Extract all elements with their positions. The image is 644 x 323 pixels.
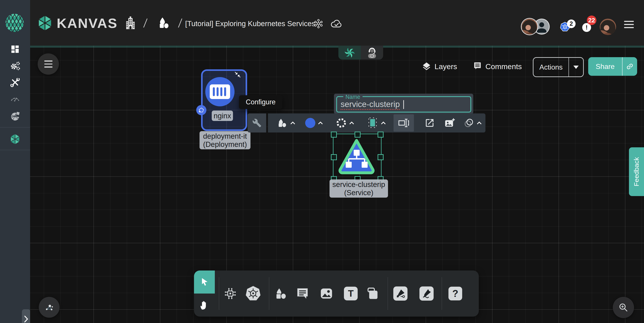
name-input[interactable]: Name service-clusterip [336,96,471,112]
image-icon [319,286,334,300]
sketch-pencil-tool-button[interactable] [417,270,436,316]
sidebar-item-kanvas[interactable] [0,132,30,146]
open-in-new-button[interactable] [421,114,438,132]
copy-link-button[interactable] [622,62,637,70]
feedback-tab[interactable]: Feedback [629,147,644,196]
fill-color-swatch-icon [305,118,315,128]
kanvas-hexagon-icon [37,14,53,32]
hand-icon [200,300,209,310]
ai-assistant-button[interactable] [338,46,361,60]
deployment-name: deployment-it [202,132,248,140]
select-tool-button[interactable] [194,270,215,294]
shapes-tool-button[interactable] [272,270,290,316]
resize-handle[interactable] [378,154,384,160]
canvas-menu-button[interactable] [38,54,59,75]
cluster-nodes-icon[interactable] [313,18,324,29]
sidebar-item-configuration[interactable] [0,76,30,89]
header-menu-icon[interactable] [624,21,634,28]
design-shapes-icon[interactable] [158,16,171,29]
chip-icon [224,287,237,300]
comment-tool-button[interactable] [293,270,312,316]
pencil-sketch-icon [420,286,434,300]
chevron-up-icon [290,122,295,124]
share-button[interactable]: Share [588,57,637,76]
organization-icon[interactable] [124,16,137,30]
meshery-logo-cell[interactable] [0,0,30,46]
toolbar-divider [269,277,269,310]
container-icon [210,84,230,99]
sidebar-item-lifecycle[interactable] [0,59,30,73]
sidebar-item-extensions[interactable] [0,110,30,123]
toolbar-divider [388,277,388,310]
context-toolbar [248,114,486,132]
configure-tool-button[interactable] [248,114,266,132]
service-kind: (Service) [332,188,386,197]
resize-handle[interactable] [331,132,337,138]
cursor-icon [200,277,209,287]
service-node-label: service-clusterip (Service) [330,180,388,198]
section-tool-button[interactable] [363,270,381,316]
sidebar-expand-button[interactable] [22,309,30,323]
comment-icon [296,287,310,300]
comments-button[interactable]: Comments [472,62,522,71]
comments-label: Comments [486,62,522,71]
sidebar-divider [0,150,30,150]
support-agent-button[interactable] [361,46,383,60]
deployment-node-label: deployment-it (Deployment) [200,131,250,149]
kanvas-logo[interactable]: KANVAS [37,14,118,32]
shapes-style-button[interactable] [274,114,298,132]
layers-icon [422,62,432,71]
border-style-button[interactable] [334,114,356,132]
toolbar-divider [219,277,219,310]
feedback-label: Feedback [633,157,640,186]
pan-tool-button[interactable] [194,294,215,316]
chevron-up-icon [477,122,482,124]
kanvas-wordmark: KANVAS [57,15,118,31]
user-avatar[interactable] [600,18,616,35]
image-plus-icon [444,118,455,128]
image-tool-button[interactable] [317,270,336,316]
kubernetes-tool-button[interactable] [243,270,263,316]
fill-color-button[interactable] [303,114,325,132]
rename-button[interactable] [394,114,414,132]
section-icon [365,287,379,300]
resize-handle[interactable] [378,132,384,138]
collaborator-avatar-1[interactable] [522,18,538,34]
left-sidebar: ? v0.8.132 [0,46,30,323]
resize-handle[interactable] [354,132,360,138]
text-caret [403,100,404,109]
layers-label: Layers [434,62,457,71]
actions-button[interactable]: Actions [533,57,584,77]
collapse-node-button[interactable] [234,71,241,78]
toolbar-divider [442,277,442,310]
deployment-node-icon [205,77,234,106]
design-title[interactable]: [Tutorial] Exploring Kubernetes Services [185,20,315,28]
notification-badge: 22 [587,16,596,25]
sidebar-item-dashboard[interactable] [0,42,30,56]
service-node[interactable] [338,138,376,175]
minimap-button[interactable] [39,297,60,318]
layers-button[interactable]: Layers [422,62,457,71]
sidebar-item-performance[interactable] [0,91,30,104]
add-image-button[interactable] [440,114,459,132]
name-field-value: service-clusterip [340,100,400,110]
actions-dropdown[interactable] [569,66,583,69]
duplicates-button[interactable] [461,114,484,132]
design-canvas[interactable]: Layers Comments Actions Share [30,46,644,323]
text-tool-button[interactable]: T [342,270,360,316]
zoom-in-button[interactable] [613,297,634,318]
shape-swatch-button[interactable] [364,114,388,132]
cloud-saved-icon[interactable] [330,18,342,29]
menu-icon [44,60,52,68]
app-header: KANVAS [Tutorial] Exploring Kubernetes S… [0,0,644,46]
collapse-arrows-icon [234,71,241,78]
edge-pen-icon [393,286,408,300]
help-tool-button[interactable]: ? [445,270,466,316]
edge-pen-tool-button[interactable] [391,270,410,316]
resize-handle[interactable] [331,154,337,160]
rename-icon [398,118,410,128]
shapes-icon [277,118,288,128]
deployment-shape-badge[interactable] [196,105,206,115]
name-field-label: Name [343,94,362,100]
components-tool-button[interactable] [222,270,239,316]
